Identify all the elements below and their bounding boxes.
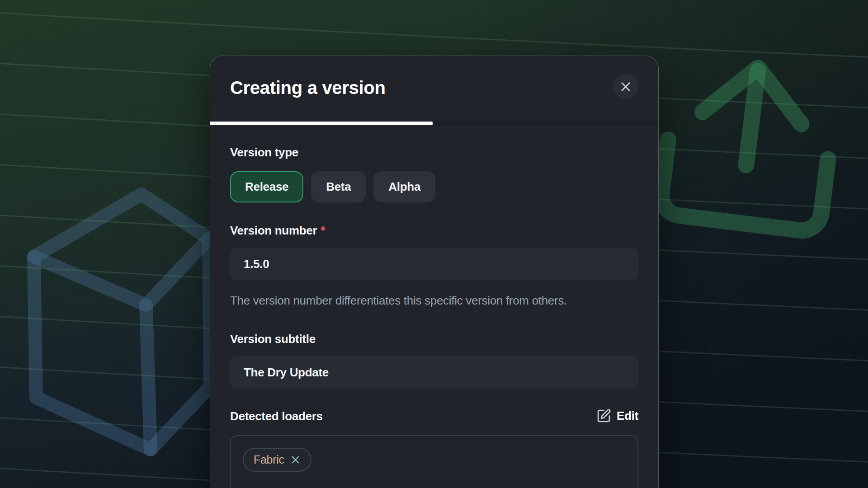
progress-bar-track [210,122,658,125]
version-type-release-button[interactable]: Release [230,171,303,202]
version-subtitle-label: Version subtitle [230,333,638,345]
close-button[interactable] [613,74,638,99]
loader-chip-fabric: Fabric [243,448,311,472]
loader-chip-label: Fabric [254,453,284,466]
close-icon [619,80,632,93]
version-type-alpha-button[interactable]: Alpha [373,171,435,202]
screen: Creating a version Version type Release … [0,0,868,488]
create-version-modal: Creating a version Version type Release … [210,56,659,488]
version-number-label: Version number [230,224,317,237]
required-asterisk: * [321,224,325,237]
detected-loaders-box: Fabric [230,435,638,488]
version-number-help-text: The version number differentiates this s… [230,292,596,309]
progress-fill [210,122,433,125]
version-number-input[interactable] [230,248,638,280]
modal-title: Creating a version [230,78,386,98]
detected-loaders-row: Detected loaders Edit [230,408,638,423]
detected-loaders-label: Detected loaders [230,410,323,422]
edit-loaders-button[interactable]: Edit [596,408,638,423]
modal-body: Version type Release Beta Alpha Version … [210,146,658,488]
edit-label: Edit [617,409,638,423]
version-subtitle-input[interactable] [230,356,638,389]
modal-header: Creating a version [210,56,658,122]
version-type-label: Version type [230,146,638,159]
x-icon [290,455,301,465]
version-type-beta-button[interactable]: Beta [311,171,366,202]
remove-loader-button[interactable] [290,455,301,465]
version-type-options: Release Beta Alpha [230,171,638,202]
version-number-label-row: Version number * [230,224,638,237]
square-pen-icon [596,408,611,423]
